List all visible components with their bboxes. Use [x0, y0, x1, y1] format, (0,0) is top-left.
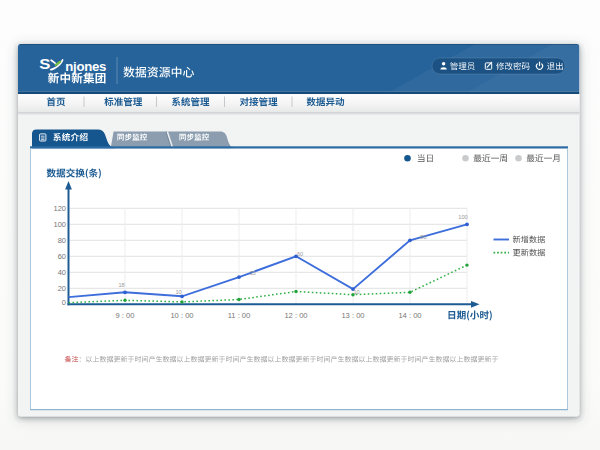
svg-text:100: 100	[53, 220, 66, 229]
svg-text:9 : 00: 9 : 00	[116, 311, 135, 320]
svg-text:80: 80	[58, 236, 66, 245]
svg-text:10: 10	[353, 289, 359, 295]
svg-text:njones: njones	[65, 59, 106, 74]
svg-text:120: 120	[53, 204, 66, 213]
svg-text:100: 100	[458, 214, 467, 220]
svg-text:60: 60	[58, 252, 66, 261]
svg-text:S: S	[39, 56, 51, 72]
svg-text:40: 40	[58, 268, 66, 277]
svg-text:13 : 00: 13 : 00	[341, 311, 364, 320]
svg-text:18: 18	[118, 282, 124, 288]
svg-text:60: 60	[297, 251, 303, 257]
svg-text:20: 20	[58, 284, 66, 293]
svg-text:10: 10	[175, 289, 181, 295]
svg-text:0: 0	[62, 298, 66, 307]
svg-text:11 : 00: 11 : 00	[228, 311, 251, 320]
svg-text:80: 80	[420, 234, 426, 240]
svg-text:10 : 00: 10 : 00	[170, 311, 193, 320]
svg-text:14 : 00: 14 : 00	[398, 311, 421, 320]
svg-text:35: 35	[249, 270, 255, 276]
svg-text:12 : 00: 12 : 00	[284, 311, 307, 320]
